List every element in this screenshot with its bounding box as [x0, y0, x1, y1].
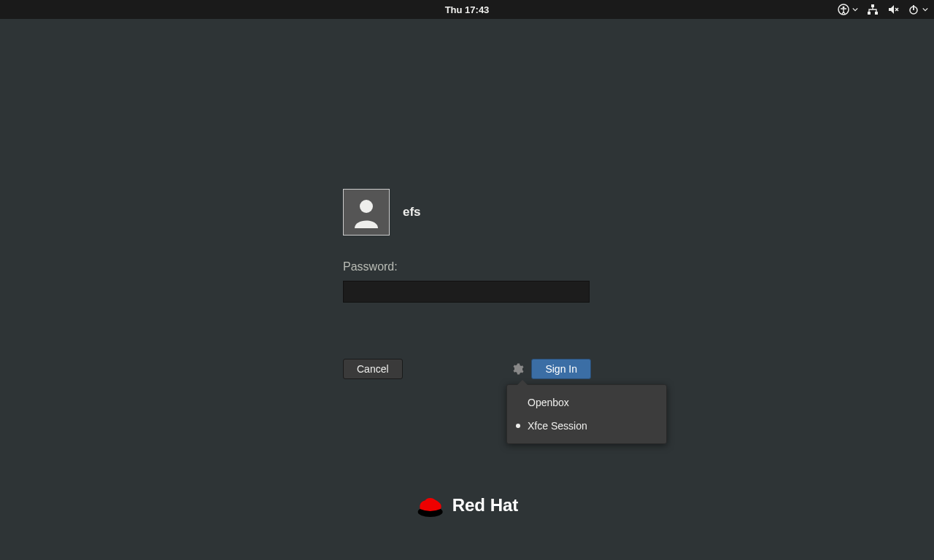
session-item-xfce[interactable]: Xfce Session	[507, 414, 666, 438]
svg-point-7	[360, 200, 373, 213]
login-panel: efs Password:	[343, 189, 591, 303]
network-icon[interactable]	[867, 4, 879, 15]
power-icon	[908, 4, 919, 15]
gear-icon	[511, 362, 524, 376]
brand-text: Red Hat	[452, 495, 519, 516]
redhat-logo-icon	[416, 493, 445, 518]
volume-muted-icon[interactable]	[887, 4, 899, 15]
svg-point-9	[425, 498, 436, 504]
user-row: efs	[343, 189, 591, 236]
session-menu: Openbox Xfce Session	[506, 384, 667, 444]
button-row: Cancel Sign In	[343, 359, 591, 379]
password-label: Password:	[343, 260, 591, 273]
session-item-label: Openbox	[528, 397, 569, 408]
status-icons	[838, 4, 928, 15]
password-input[interactable]	[343, 281, 590, 303]
clock: Thu 17:43	[445, 4, 490, 15]
chevron-down-icon	[922, 7, 928, 12]
session-item-openbox[interactable]: Openbox	[507, 391, 666, 414]
session-selector-button[interactable]	[511, 362, 524, 376]
power-menu[interactable]	[908, 4, 928, 15]
svg-rect-4	[875, 12, 878, 15]
svg-rect-2	[871, 4, 874, 7]
top-bar: Thu 17:43	[0, 0, 934, 19]
session-item-label: Xfce Session	[528, 420, 587, 432]
chevron-down-icon	[852, 7, 858, 12]
username-label: efs	[403, 205, 421, 219]
signin-button[interactable]: Sign In	[531, 359, 591, 379]
svg-rect-3	[868, 12, 871, 15]
user-avatar	[343, 189, 390, 236]
person-icon	[349, 195, 384, 230]
svg-point-1	[843, 7, 845, 9]
accessibility-menu[interactable]	[838, 4, 858, 15]
selected-indicator-icon	[516, 424, 520, 428]
accessibility-icon	[838, 4, 849, 15]
branding: Red Hat	[416, 493, 519, 518]
cancel-button[interactable]: Cancel	[343, 359, 403, 379]
